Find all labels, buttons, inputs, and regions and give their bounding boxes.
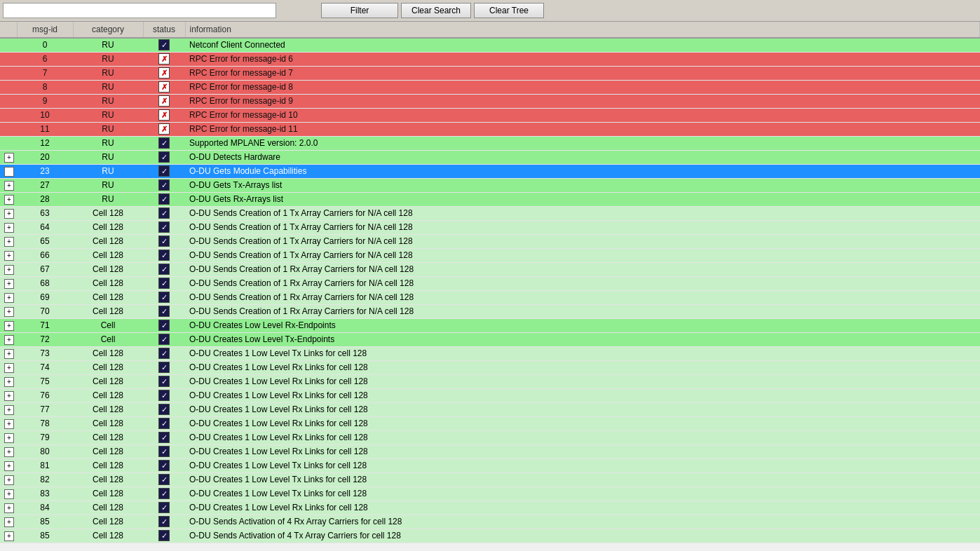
table-row[interactable]: +84Cell 128✓O-DU Creates 1 Low Level Rx … — [0, 501, 980, 515]
expand-cell[interactable]: + — [0, 501, 17, 515]
expand-button[interactable]: + — [4, 307, 14, 317]
expand-cell[interactable]: + — [0, 262, 17, 276]
table-row[interactable]: +67Cell 128✓O-DU Sends Creation of 1 Rx … — [0, 262, 980, 276]
table-row[interactable]: +64Cell 128✓O-DU Sends Creation of 1 Tx … — [0, 220, 980, 234]
expand-cell[interactable]: + — [0, 164, 17, 178]
expand-cell[interactable]: + — [0, 234, 17, 248]
expand-cell[interactable]: + — [0, 220, 17, 234]
expand-cell[interactable]: + — [0, 304, 17, 318]
table-row[interactable]: +63Cell 128✓O-DU Sends Creation of 1 Tx … — [0, 206, 980, 220]
expand-button[interactable]: + — [4, 209, 14, 219]
expand-cell[interactable]: + — [0, 487, 17, 501]
expand-button[interactable]: + — [4, 377, 14, 387]
search-input[interactable] — [3, 3, 276, 18]
table-row[interactable]: +27RU✓O-DU Gets Tx-Arrays list — [0, 178, 980, 192]
expand-button[interactable]: + — [4, 503, 14, 513]
expand-cell[interactable]: + — [0, 192, 17, 206]
table-row[interactable]: +82Cell 128✓O-DU Creates 1 Low Level Tx … — [0, 472, 980, 487]
table-row[interactable]: +75Cell 128✓O-DU Creates 1 Low Level Rx … — [0, 374, 980, 388]
expand-button[interactable]: + — [4, 251, 14, 261]
table-row[interactable]: +81Cell 128✓O-DU Creates 1 Low Level Tx … — [0, 458, 980, 472]
table-row[interactable]: +65Cell 128✓O-DU Sends Creation of 1 Tx … — [0, 234, 980, 248]
expand-cell[interactable]: + — [0, 458, 17, 472]
table-row[interactable]: +77Cell 128✓O-DU Creates 1 Low Level Rx … — [0, 402, 980, 416]
table-row[interactable]: +68Cell 128✓O-DU Sends Creation of 1 Rx … — [0, 276, 980, 290]
table-row[interactable]: +23RU✓O-DU Gets Module Capabilities — [0, 164, 980, 178]
expand-cell[interactable]: + — [0, 416, 17, 430]
table-row[interactable]: +69Cell 128✓O-DU Sends Creation of 1 Rx … — [0, 290, 980, 304]
table-row[interactable]: 0RU✓Netconf Client Connected — [0, 38, 980, 52]
table-row[interactable]: +80Cell 128✓O-DU Creates 1 Low Level Rx … — [0, 444, 980, 458]
expand-cell[interactable]: + — [0, 248, 17, 262]
table-row[interactable]: +20RU✓O-DU Detects Hardware — [0, 150, 980, 164]
expand-button[interactable]: + — [4, 181, 14, 191]
table-row[interactable]: +72Cell✓O-DU Creates Low Level Tx-Endpoi… — [0, 332, 980, 346]
table-row[interactable]: +70Cell 128✓O-DU Sends Creation of 1 Rx … — [0, 304, 980, 318]
table-row[interactable]: 9RU✗RPC Error for message-id 9 — [0, 94, 980, 108]
expand-cell[interactable]: + — [0, 529, 17, 543]
expand-cell[interactable]: + — [0, 444, 17, 458]
expand-button[interactable]: + — [4, 363, 14, 373]
information-cell: O-DU Sends Creation of 1 Tx Array Carrie… — [185, 206, 980, 220]
expand-cell[interactable]: + — [0, 318, 17, 332]
table-row[interactable]: +85Cell 128✓O-DU Sends Activation of 4 R… — [0, 515, 980, 529]
table-row[interactable]: +71Cell✓O-DU Creates Low Level Rx-Endpoi… — [0, 318, 980, 332]
expand-button[interactable]: + — [4, 391, 14, 401]
expand-button[interactable]: + — [4, 153, 14, 163]
expand-button[interactable]: + — [4, 447, 14, 457]
expand-cell[interactable]: + — [0, 150, 17, 164]
table-row[interactable]: 7RU✗RPC Error for message-id 7 — [0, 66, 980, 80]
expand-button[interactable]: + — [4, 531, 14, 541]
expand-cell — [0, 94, 17, 108]
expand-button[interactable]: + — [4, 475, 14, 485]
table-row[interactable]: +78Cell 128✓O-DU Creates 1 Low Level Rx … — [0, 416, 980, 430]
expand-cell[interactable]: + — [0, 276, 17, 290]
expand-cell[interactable]: + — [0, 402, 17, 416]
expand-cell[interactable]: + — [0, 374, 17, 388]
table-row[interactable]: +79Cell 128✓O-DU Creates 1 Low Level Rx … — [0, 430, 980, 444]
expand-button[interactable]: + — [4, 517, 14, 527]
expand-cell[interactable]: + — [0, 515, 17, 529]
table-row[interactable]: +66Cell 128✓O-DU Sends Creation of 1 Tx … — [0, 248, 980, 262]
expand-cell[interactable]: + — [0, 346, 17, 360]
table-row[interactable]: +83Cell 128✓O-DU Creates 1 Low Level Tx … — [0, 487, 980, 501]
expand-cell[interactable]: + — [0, 472, 17, 487]
expand-button[interactable]: + — [4, 461, 14, 471]
expand-button[interactable]: + — [4, 405, 14, 415]
expand-button[interactable]: + — [4, 293, 14, 303]
table-row[interactable]: +28RU✓O-DU Gets Rx-Arrays list — [0, 192, 980, 206]
table-row[interactable]: 8RU✗RPC Error for message-id 8 — [0, 80, 980, 94]
clear-tree-button[interactable]: Clear Tree — [474, 3, 544, 18]
expand-button[interactable]: + — [4, 489, 14, 499]
expand-cell[interactable]: + — [0, 178, 17, 192]
expand-button[interactable]: + — [4, 195, 14, 205]
expand-cell[interactable]: + — [0, 430, 17, 444]
expand-cell[interactable]: + — [0, 290, 17, 304]
table-row[interactable]: 6RU✗RPC Error for message-id 6 — [0, 52, 980, 66]
table-row[interactable]: 10RU✗RPC Error for message-id 10 — [0, 108, 980, 122]
expand-cell[interactable]: + — [0, 360, 17, 374]
expand-button[interactable]: + — [4, 419, 14, 429]
expand-button[interactable]: + — [4, 279, 14, 289]
clear-search-button[interactable]: Clear Search — [401, 3, 471, 18]
expand-button[interactable]: + — [4, 321, 14, 331]
table-header-row: msg-id category status information — [0, 22, 980, 38]
table-row[interactable]: +73Cell 128✓O-DU Creates 1 Low Level Tx … — [0, 346, 980, 360]
expand-cell[interactable]: + — [0, 206, 17, 220]
expand-button[interactable]: + — [4, 237, 14, 247]
expand-button[interactable]: + — [4, 265, 14, 275]
expand-cell[interactable]: + — [0, 332, 17, 346]
expand-button[interactable]: + — [4, 433, 14, 443]
table-row[interactable]: 11RU✗RPC Error for message-id 11 — [0, 122, 980, 136]
table-row[interactable]: +76Cell 128✓O-DU Creates 1 Low Level Rx … — [0, 388, 980, 402]
expand-button[interactable]: + — [4, 167, 14, 177]
expand-cell[interactable]: + — [0, 388, 17, 402]
table-row[interactable]: +74Cell 128✓O-DU Creates 1 Low Level Rx … — [0, 360, 980, 374]
filter-button[interactable]: Filter — [321, 3, 398, 18]
category-cell: Cell 128 — [73, 360, 143, 374]
expand-button[interactable]: + — [4, 349, 14, 359]
table-row[interactable]: +85Cell 128✓O-DU Sends Activation of 4 T… — [0, 529, 980, 543]
expand-button[interactable]: + — [4, 335, 14, 345]
expand-button[interactable]: + — [4, 223, 14, 233]
table-row[interactable]: 12RU✓Supported MPLANE version: 2.0.0 — [0, 136, 980, 150]
